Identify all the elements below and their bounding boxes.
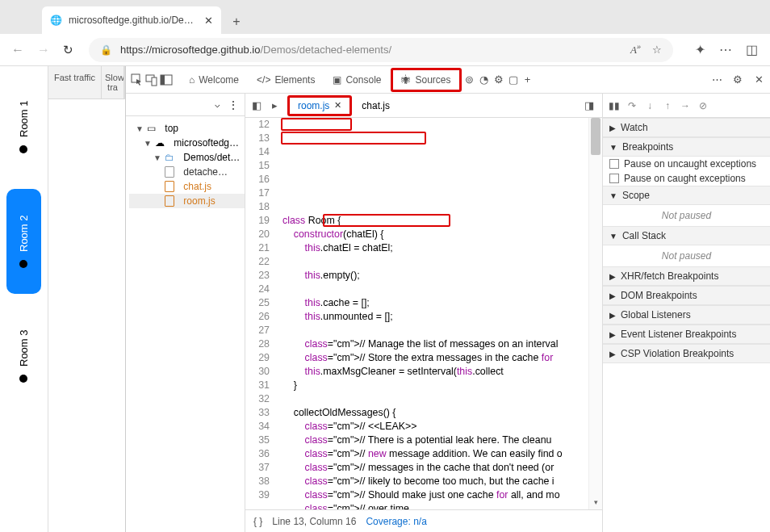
- deactivate-breakpoints-icon[interactable]: ⊘: [697, 100, 709, 111]
- editor-tab-room[interactable]: room.js✕: [287, 95, 352, 116]
- pause-resume-icon[interactable]: ▮▮: [608, 100, 621, 111]
- device-toolbar-icon[interactable]: [145, 73, 158, 86]
- tab-label: Elements: [274, 74, 315, 86]
- pane-callstack[interactable]: ▼Call Stack: [603, 226, 770, 245]
- tab-label: Welcome: [199, 74, 239, 86]
- network-conditions-icon[interactable]: ⊚: [463, 73, 476, 86]
- step-over-icon[interactable]: ↷: [626, 100, 638, 111]
- nav-history-icon[interactable]: ▸: [268, 99, 281, 112]
- devtools-tabbar: ⌂Welcome </>Elements ▣Console 🕷Sources ⊚…: [126, 66, 770, 94]
- tab-sources[interactable]: 🕷Sources: [391, 68, 461, 92]
- tree-file-chat[interactable]: chat.js: [129, 179, 245, 194]
- pane-csp[interactable]: ▶CSP Violation Breakpoints: [603, 344, 770, 363]
- tree-top[interactable]: ▼▭ top: [129, 121, 245, 136]
- inspect-icon[interactable]: [131, 73, 144, 86]
- editor-tab-bar: ◧ ▸ room.js✕ chat.js ◨: [245, 94, 602, 118]
- dock-icon[interactable]: [160, 73, 173, 86]
- extensions-icon[interactable]: ✦: [693, 43, 707, 57]
- globe-icon: 🌐: [50, 15, 62, 26]
- close-icon[interactable]: ✕: [334, 100, 341, 111]
- file-icon: [165, 166, 174, 178]
- site-lock-icon: 🔒: [100, 44, 112, 56]
- close-tab-icon[interactable]: ✕: [204, 15, 213, 27]
- bug-icon: 🕷: [401, 74, 411, 86]
- more-tabs-icon[interactable]: +: [521, 73, 534, 86]
- room-3-button[interactable]: Room 3: [6, 304, 41, 408]
- url-input[interactable]: 🔒 https://microsoftedge.github.io/Demos/…: [89, 38, 673, 62]
- tree-label: room.js: [183, 195, 215, 207]
- cursor-position: Line 13, Column 16: [272, 516, 356, 527]
- read-aloud-icon[interactable]: A»: [630, 43, 641, 57]
- pane-title: Global Listeners: [621, 309, 691, 320]
- page-partial-controls: Fast traffic Slow tra: [48, 66, 125, 99]
- room-2-button[interactable]: Room 2: [6, 189, 41, 294]
- elements-icon: </>: [257, 74, 270, 86]
- navigator-more-icon[interactable]: ⋮: [228, 99, 238, 111]
- checkbox-label: Pause on uncaught exceptions: [624, 158, 756, 170]
- pane-title: XHR/fetch Breakpoints: [621, 270, 718, 282]
- tab-console[interactable]: ▣Console: [324, 66, 389, 93]
- checkbox-pause-caught[interactable]: Pause on caught exceptions: [603, 171, 770, 186]
- tree-label: Demos/det…: [183, 152, 240, 163]
- room-1-button[interactable]: Room 1: [6, 74, 41, 179]
- application-icon[interactable]: ▢: [507, 73, 520, 86]
- checkbox-pause-uncaught[interactable]: Pause on uncaught exceptions: [603, 157, 770, 171]
- step-into-icon[interactable]: ↓: [643, 100, 656, 111]
- devtools-close-icon[interactable]: ✕: [752, 73, 765, 86]
- navigator-dropdown-icon[interactable]: ⌵: [215, 99, 220, 110]
- tree-file-room[interactable]: room.js: [129, 194, 245, 208]
- tree-folder[interactable]: ▼🗀 Demos/det…: [129, 150, 245, 165]
- memory-gear-icon[interactable]: ⚙: [492, 73, 505, 86]
- js-file-icon: [165, 181, 174, 192]
- pane-event[interactable]: ▶Event Listener Breakpoints: [603, 325, 770, 344]
- new-tab-button[interactable]: +: [224, 10, 249, 34]
- scrollbar-thumb[interactable]: [591, 118, 601, 155]
- tab-label: Console: [345, 74, 381, 86]
- room-status-dot: [20, 375, 28, 383]
- pane-breakpoints[interactable]: ▼Breakpoints: [603, 137, 770, 157]
- tab-welcome[interactable]: ⌂Welcome: [181, 66, 247, 93]
- tree-file-html[interactable]: detache…: [129, 165, 245, 179]
- editor-tab-chat[interactable]: chat.js: [354, 94, 398, 117]
- code-editor[interactable]: 1213141516171819202122232425262728293031…: [245, 118, 602, 509]
- checkbox-icon: [609, 159, 619, 169]
- pane-title: DOM Breakpoints: [621, 290, 697, 301]
- scope-not-paused: Not paused: [603, 205, 770, 226]
- pane-scope[interactable]: ▼Scope: [603, 186, 770, 205]
- line-gutter: 1213141516171819202122232425262728293031…: [245, 118, 278, 509]
- step-out-icon[interactable]: ↑: [661, 100, 674, 111]
- folder-icon: 🗀: [165, 152, 174, 163]
- back-button[interactable]: ←: [11, 43, 26, 57]
- braces-icon[interactable]: { }: [253, 516, 262, 527]
- file-tab-label: chat.js: [362, 100, 390, 111]
- url-domain: https://microsoftedge.github.io: [120, 44, 260, 56]
- sources-navigator: ⌵ ⋮ ▼▭ top ▼☁ microsoftedg… ▼🗀 Demos/det…: [126, 94, 245, 532]
- coverage-status[interactable]: Coverage: n/a: [366, 516, 426, 527]
- checkbox-icon: [609, 174, 619, 183]
- tree-host[interactable]: ▼☁ microsoftedg…: [129, 136, 245, 150]
- pane-title: Scope: [622, 190, 650, 201]
- vertical-scrollbar[interactable]: ▴ ▾: [588, 118, 602, 509]
- pane-title: Call Stack: [622, 230, 666, 241]
- nav-toggle-icon[interactable]: ◧: [250, 99, 263, 112]
- fast-traffic-button[interactable]: Fast traffic: [48, 66, 102, 99]
- toggle-debugger-pane-icon[interactable]: ◨: [583, 99, 596, 112]
- settings-more-icon[interactable]: ⋯: [718, 43, 733, 57]
- favorite-icon[interactable]: ☆: [652, 44, 662, 56]
- tab-elements[interactable]: </>Elements: [249, 66, 323, 93]
- sidebar-toggle-icon[interactable]: ◫: [744, 43, 759, 57]
- performance-icon[interactable]: ◔: [478, 73, 491, 86]
- step-icon[interactable]: →: [679, 100, 692, 111]
- pane-global[interactable]: ▶Global Listeners: [603, 305, 770, 325]
- pane-watch[interactable]: ▶Watch: [603, 118, 770, 137]
- refresh-button[interactable]: ↻: [63, 43, 77, 57]
- more-tools-icon[interactable]: ⋯: [710, 73, 723, 86]
- slow-traffic-button[interactable]: Slow tra: [102, 66, 124, 99]
- pane-xhr[interactable]: ▶XHR/fetch Breakpoints: [603, 266, 770, 286]
- callstack-not-paused: Not paused: [603, 245, 770, 266]
- devtools-settings-icon[interactable]: ⚙: [731, 73, 744, 86]
- browser-tab[interactable]: 🌐 microsoftedge.github.io/Demos/d ✕: [42, 6, 221, 34]
- pane-dom[interactable]: ▶DOM Breakpoints: [603, 286, 770, 305]
- js-file-icon: [165, 195, 174, 207]
- room-label: Room 1: [18, 100, 30, 137]
